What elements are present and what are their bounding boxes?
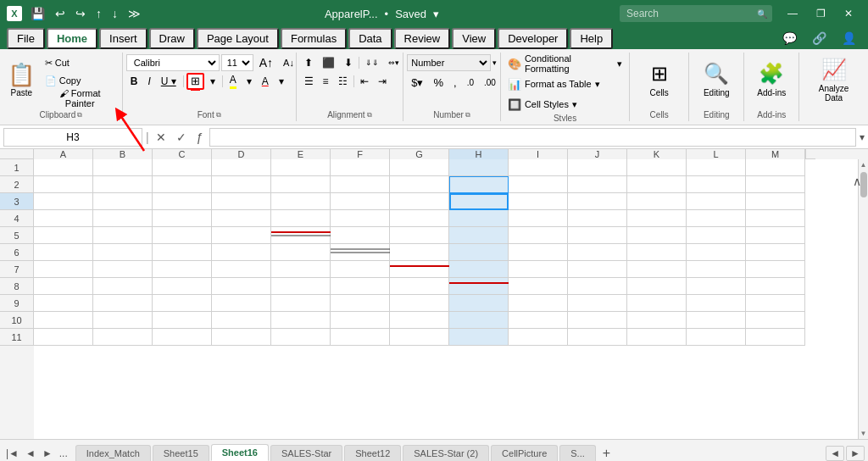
cell-i2[interactable] xyxy=(509,176,568,193)
tab-cell-picture[interactable]: CellPicture xyxy=(491,445,558,461)
qa-redo-btn[interactable]: ↪ xyxy=(72,5,89,22)
corner-cell[interactable] xyxy=(0,149,34,159)
cell-k3[interactable] xyxy=(627,193,687,210)
cell-e5[interactable] xyxy=(271,227,331,244)
cell-l2[interactable] xyxy=(687,176,746,193)
cell-g11[interactable] xyxy=(390,329,449,346)
cell-g10[interactable] xyxy=(390,312,449,329)
cell-f4[interactable] xyxy=(331,210,390,227)
cell-i4[interactable] xyxy=(509,210,568,227)
row-header-8[interactable]: 8 xyxy=(0,278,34,295)
menu-data[interactable]: Data xyxy=(348,28,392,49)
col-header-b[interactable]: B xyxy=(93,149,153,159)
menu-review[interactable]: Review xyxy=(394,28,451,49)
cell-b10[interactable] xyxy=(93,312,153,329)
comments-btn[interactable]: 💬 xyxy=(777,30,802,47)
cell-g2[interactable] xyxy=(390,176,449,193)
menu-page-layout[interactable]: Page Layout xyxy=(197,28,279,49)
cell-j5[interactable] xyxy=(568,227,627,244)
formula-input[interactable] xyxy=(209,128,856,147)
cell-f8[interactable] xyxy=(331,278,390,295)
cell-l3[interactable] xyxy=(687,193,746,210)
cell-a4[interactable] xyxy=(34,210,93,227)
cell-k8[interactable] xyxy=(627,278,687,295)
cell-j4[interactable] xyxy=(568,210,627,227)
editing-btn[interactable]: 🔍 Editing xyxy=(697,54,737,105)
cell-l8[interactable] xyxy=(687,278,746,295)
cell-j6[interactable] xyxy=(568,244,627,261)
cell-e11[interactable] xyxy=(271,329,331,346)
row-header-4[interactable]: 4 xyxy=(0,210,34,227)
clipboard-label[interactable]: Clipboard ⧉ xyxy=(3,110,119,121)
font-label[interactable]: Font ⧉ xyxy=(126,110,292,121)
cell-a9[interactable] xyxy=(34,295,93,312)
col-header-d[interactable]: D xyxy=(212,149,271,159)
cell-e4[interactable] xyxy=(271,210,331,227)
font-color-dropdown-btn[interactable]: ▾ xyxy=(275,73,288,90)
cells-btn[interactable]: ⊞ Cells xyxy=(640,54,679,105)
cell-g8[interactable] xyxy=(390,278,449,295)
cell-c2[interactable] xyxy=(153,176,212,193)
row-header-1[interactable]: 1 xyxy=(0,159,34,176)
cancel-formula-btn[interactable]: ✕ xyxy=(153,129,170,146)
styles-label[interactable]: Styles xyxy=(504,114,626,121)
cell-m5[interactable] xyxy=(746,227,805,244)
cell-d6[interactable] xyxy=(212,244,271,261)
cell-b6[interactable] xyxy=(93,244,153,261)
cell-f1[interactable] xyxy=(331,159,390,176)
qa-more-btn[interactable]: ≫ xyxy=(125,5,144,22)
vertical-scrollbar[interactable]: ▲ ▼ xyxy=(858,159,868,439)
cell-h4[interactable] xyxy=(449,210,509,227)
font-color-btn[interactable]: A xyxy=(258,73,273,90)
cell-a1[interactable] xyxy=(34,159,93,176)
cell-k1[interactable] xyxy=(627,159,687,176)
cell-m4[interactable] xyxy=(746,210,805,227)
cell-m8[interactable] xyxy=(746,278,805,295)
underline-btn[interactable]: U ▾ xyxy=(157,73,181,90)
cell-h2[interactable] xyxy=(449,176,509,193)
cell-a11[interactable] xyxy=(34,329,93,346)
confirm-formula-btn[interactable]: ✓ xyxy=(173,129,190,146)
cell-e1[interactable] xyxy=(271,159,331,176)
cell-m2[interactable] xyxy=(746,176,805,193)
profile-btn[interactable]: 👤 xyxy=(837,30,861,47)
tab-sheet16[interactable]: Sheet16 xyxy=(211,444,269,461)
cell-l4[interactable] xyxy=(687,210,746,227)
cell-g7[interactable] xyxy=(390,261,449,278)
cell-l6[interactable] xyxy=(687,244,746,261)
cell-f2[interactable] xyxy=(331,176,390,193)
cell-a6[interactable] xyxy=(34,244,93,261)
cell-d3[interactable] xyxy=(212,193,271,210)
cell-d7[interactable] xyxy=(212,261,271,278)
cell-b2[interactable] xyxy=(93,176,153,193)
cell-k2[interactable] xyxy=(627,176,687,193)
cell-b7[interactable] xyxy=(93,261,153,278)
cell-h8[interactable] xyxy=(449,278,509,295)
cell-c4[interactable] xyxy=(153,210,212,227)
cell-b4[interactable] xyxy=(93,210,153,227)
scroll-up-btn[interactable]: ▲ xyxy=(859,159,868,170)
addins-btn[interactable]: 🧩 Add-ins xyxy=(750,54,793,105)
cell-i9[interactable] xyxy=(509,295,568,312)
col-header-g[interactable]: G xyxy=(390,149,449,159)
font-family-select[interactable]: Calibri xyxy=(126,54,220,71)
col-header-f[interactable]: F xyxy=(331,149,390,159)
add-sheet-btn[interactable]: + xyxy=(598,446,615,461)
col-header-e[interactable]: E xyxy=(271,149,331,159)
fill-color-btn[interactable]: A xyxy=(225,73,241,90)
cell-h7[interactable] xyxy=(449,261,509,278)
decrease-decimal-btn[interactable]: .0 xyxy=(463,74,478,91)
cell-b9[interactable] xyxy=(93,295,153,312)
formula-expand-btn[interactable]: ▾ xyxy=(860,131,865,143)
comma-btn[interactable]: , xyxy=(449,74,461,91)
cell-c3[interactable] xyxy=(153,193,212,210)
cell-i11[interactable] xyxy=(509,329,568,346)
row-header-7[interactable]: 7 xyxy=(0,261,34,278)
cell-m3[interactable] xyxy=(746,193,805,210)
qa-sort-asc-btn[interactable]: ↑ xyxy=(92,5,105,22)
tab-nav-more[interactable]: ... xyxy=(57,446,70,461)
increase-indent-btn[interactable]: ⇥ xyxy=(374,73,391,90)
maximize-btn[interactable]: ❐ xyxy=(808,4,834,23)
analyze-data-btn[interactable]: 📈 Analyze Data xyxy=(803,54,865,105)
tab-index-match[interactable]: Index_Match xyxy=(75,445,151,461)
